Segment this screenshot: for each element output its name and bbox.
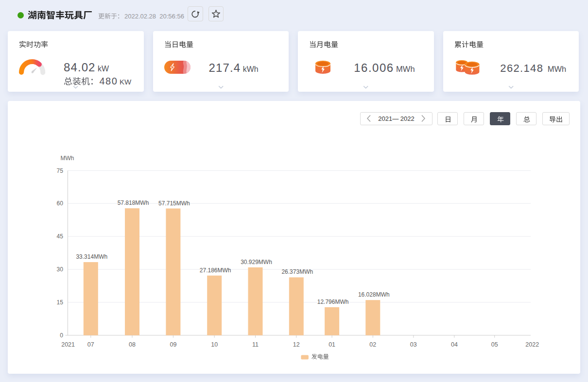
- svg-text:05: 05: [491, 341, 498, 348]
- svg-text:60: 60: [57, 200, 64, 207]
- svg-text:45: 45: [57, 233, 64, 240]
- svg-text:03: 03: [410, 341, 417, 348]
- svg-text:11: 11: [252, 341, 259, 348]
- svg-text:30: 30: [57, 266, 64, 273]
- svg-text:08: 08: [129, 341, 136, 348]
- svg-text:2021: 2021: [61, 341, 75, 348]
- svg-text:30.929MWh: 30.929MWh: [241, 259, 272, 266]
- svg-text:12.796MWh: 12.796MWh: [317, 299, 349, 305]
- svg-text:02: 02: [369, 341, 376, 348]
- svg-text:16.028MWh: 16.028MWh: [358, 291, 390, 298]
- svg-text:57.715MWh: 57.715MWh: [158, 200, 190, 207]
- svg-text:12: 12: [293, 341, 300, 348]
- svg-text:75: 75: [57, 167, 64, 174]
- svg-text:07: 07: [87, 341, 94, 348]
- svg-text:MWh: MWh: [61, 155, 74, 162]
- svg-text:33.314MWh: 33.314MWh: [76, 253, 107, 260]
- svg-text:0: 0: [60, 332, 63, 339]
- svg-text:2022: 2022: [525, 341, 539, 348]
- svg-text:09: 09: [170, 341, 176, 348]
- svg-text:57.818MWh: 57.818MWh: [118, 199, 149, 206]
- svg-text:10: 10: [211, 341, 218, 348]
- svg-text:27.186MWh: 27.186MWh: [200, 267, 231, 274]
- svg-text:01: 01: [329, 341, 335, 348]
- svg-text:04: 04: [451, 341, 458, 348]
- svg-text:15: 15: [57, 299, 64, 306]
- svg-text:26.373MWh: 26.373MWh: [281, 268, 313, 275]
